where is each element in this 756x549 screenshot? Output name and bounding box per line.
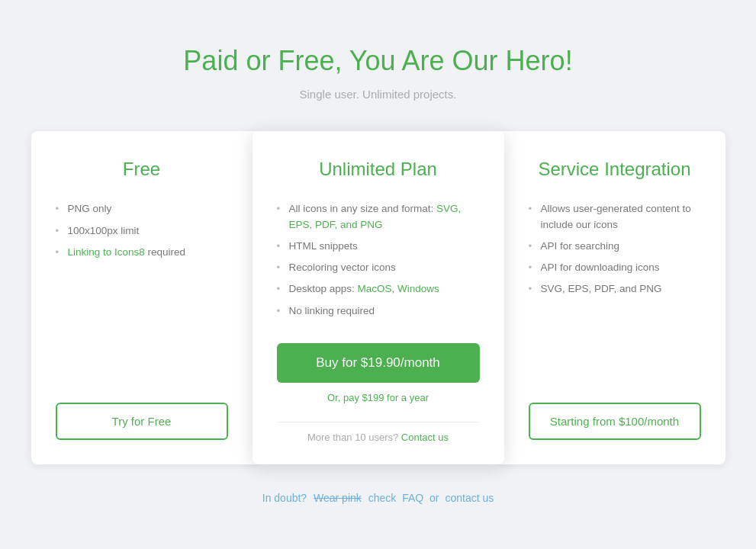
list-item: Linking to Icons8 required xyxy=(56,242,228,263)
page-title: Paid or Free, You Are Our Hero! xyxy=(183,45,572,77)
yearly-link[interactable]: Or, pay $199 for a year xyxy=(277,392,480,403)
contact-link[interactable]: Contact us xyxy=(401,432,449,443)
list-item: 100x100px limit xyxy=(56,220,228,242)
divider xyxy=(277,422,480,422)
format-highlight: SVG, EPS, PDF, and PNG xyxy=(289,203,462,230)
buy-button[interactable]: Buy for $19.90/month xyxy=(277,343,480,383)
unlimited-plan-title: Unlimited Plan xyxy=(277,159,480,180)
free-features-list: PNG only 100x100px limit Linking to Icon… xyxy=(56,198,228,290)
list-item: Recoloring vector icons xyxy=(277,257,480,278)
unlimited-features-list: All icons in any size and format: SVG, E… xyxy=(277,198,480,322)
list-item: All icons in any size and format: SVG, E… xyxy=(277,198,480,236)
unlimited-plan-card: Unlimited Plan All icons in any size and… xyxy=(253,131,504,464)
list-item: API for searching xyxy=(529,236,701,257)
windows-link[interactable]: Windows xyxy=(397,283,439,294)
service-button[interactable]: Starting from $100/month xyxy=(529,403,701,440)
icons8-link[interactable]: Linking to Icons8 xyxy=(68,246,145,258)
service-plan-card: Service Integration Allows user-generate… xyxy=(497,131,725,464)
faq-link[interactable]: FAQ xyxy=(402,492,423,504)
list-item: HTML snippets xyxy=(277,236,480,257)
page-subtitle: Single user. Unlimited projects. xyxy=(300,88,457,101)
list-item: SVG, EPS, PDF, and PNG xyxy=(529,278,701,300)
macos-link[interactable]: MacOS xyxy=(358,283,392,294)
list-item: Desktop apps: MacOS, Windows xyxy=(277,278,480,300)
list-item: No linking required xyxy=(277,300,480,322)
service-features-list: Allows user-generated content to include… xyxy=(529,198,701,300)
more-users-text: More than 10 users? Contact us xyxy=(277,432,480,443)
service-plan-title: Service Integration xyxy=(529,159,701,180)
pricing-cards: Free PNG only 100x100px limit Linking to… xyxy=(20,131,737,464)
footer-contact-link[interactable]: contact us xyxy=(445,492,494,504)
list-item: API for downloading icons xyxy=(529,257,701,278)
try-free-button[interactable]: Try for Free xyxy=(56,403,228,440)
footer-text: In doubt? Wear pink check FAQ or contact… xyxy=(262,492,494,504)
free-plan-card: Free PNG only 100x100px limit Linking to… xyxy=(31,131,260,464)
free-plan-title: Free xyxy=(56,159,228,180)
list-item: PNG only xyxy=(56,198,228,220)
list-item: Allows user-generated content to include… xyxy=(529,198,701,236)
